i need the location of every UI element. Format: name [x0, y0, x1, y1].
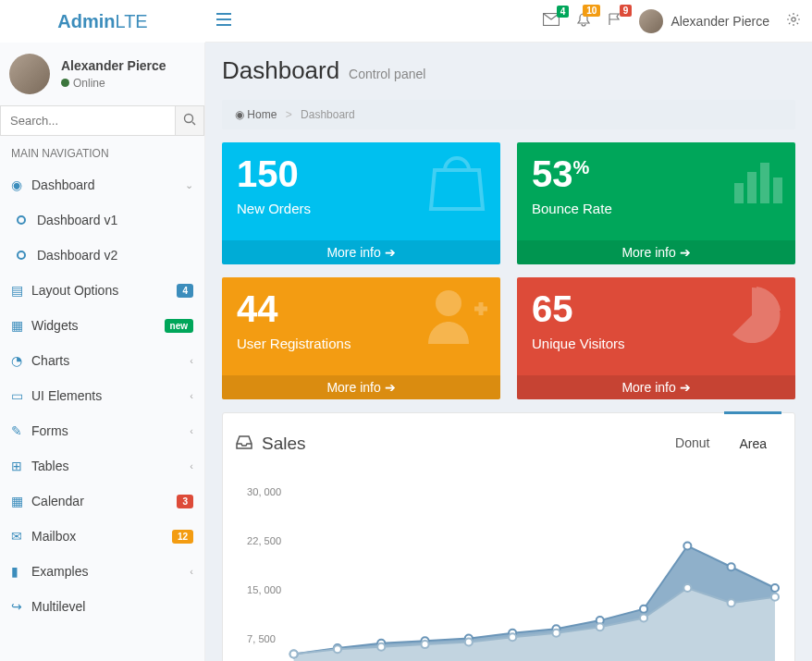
svg-point-31 [597, 623, 604, 630]
sidebar-item-label: Mailbox [31, 529, 172, 544]
badge: 4 [177, 284, 193, 298]
sidebar-item-multilevel[interactable]: ↪ Multilevel [0, 589, 204, 624]
sidebar-item-label: Multilevel [31, 599, 193, 614]
sidebar-item-charts[interactable]: ◔ Charts ‹ [0, 343, 204, 378]
svg-text:22, 500: 22, 500 [247, 535, 281, 546]
sidebar-item-label: Examples [31, 564, 190, 579]
badge: new [165, 319, 193, 333]
badge: 3 [177, 495, 193, 508]
tab-area[interactable]: Area [724, 411, 781, 462]
sidebar-item-ui[interactable]: ▭ UI Elements ‹ [0, 378, 204, 413]
stat-box-bounce: 53% Bounce Rate More info ➔ [517, 142, 795, 264]
svg-point-34 [728, 599, 735, 606]
tab-donut[interactable]: Donut [660, 424, 724, 462]
notifications-badge: 10 [583, 5, 600, 17]
avatar-sidebar [9, 54, 50, 94]
svg-point-24 [290, 651, 298, 658]
laptop-icon: ▭ [11, 388, 31, 403]
svg-point-33 [683, 584, 691, 592]
search-input[interactable] [0, 105, 175, 136]
logo[interactable]: AdminLTE [0, 0, 205, 43]
share-icon: ↪ [11, 599, 31, 614]
stat-value: 150 [237, 153, 299, 194]
sidebar-item-widgets[interactable]: ▦ Widgets new [0, 308, 204, 343]
user-plus-icon [421, 283, 493, 361]
svg-rect-5 [760, 163, 769, 203]
more-info-link[interactable]: More info ➔ [222, 240, 500, 264]
sidebar-item-examples[interactable]: ▮ Examples ‹ [0, 554, 204, 589]
sidebar-item-label: Dashboard v1 [37, 213, 193, 227]
stat-value: 53 [532, 153, 573, 194]
svg-point-7 [436, 290, 461, 316]
more-info-link[interactable]: More info ➔ [222, 375, 500, 399]
svg-text:30, 000: 30, 000 [247, 486, 281, 497]
svg-point-28 [465, 639, 473, 646]
pie-icon [716, 283, 788, 361]
stat-value: 44 [237, 288, 278, 329]
sidebar-item-dashboard[interactable]: ◉ Dashboard ⌄ [0, 167, 204, 202]
svg-rect-4 [747, 172, 757, 203]
edit-icon: ✎ [11, 423, 31, 438]
svg-point-29 [509, 633, 516, 641]
page-title: Dashboard [222, 56, 339, 84]
svg-point-25 [334, 645, 341, 653]
sidebar-item-label: Charts [31, 353, 190, 368]
svg-point-27 [421, 641, 428, 648]
sidebar-item-forms[interactable]: ✎ Forms ‹ [0, 413, 204, 448]
bag-icon [421, 148, 493, 226]
stat-box-registrations: 44 User Registrations More info ➔ [222, 277, 500, 399]
notifications-icon[interactable]: 10 [576, 12, 591, 30]
svg-rect-3 [734, 183, 744, 203]
circle-icon [17, 213, 37, 227]
sidebar-item-label: Calendar [31, 494, 177, 508]
more-info-link[interactable]: More info ➔ [517, 375, 795, 399]
inbox-icon [236, 434, 252, 454]
settings-icon[interactable] [786, 12, 801, 30]
svg-text:15, 000: 15, 000 [247, 584, 281, 595]
sidebar-user-name: Alexander Pierce [61, 58, 166, 73]
sidebar-item-calendar[interactable]: ▦ Calendar 3 [0, 484, 204, 519]
chevron-left-icon: ‹ [190, 390, 193, 401]
messages-icon[interactable]: 4 [543, 13, 560, 29]
bars-icon [732, 148, 788, 220]
home-icon: ◉ [235, 108, 244, 121]
th-icon: ▦ [11, 318, 31, 333]
calendar-icon: ▦ [11, 494, 31, 508]
folder-icon: ▮ [11, 564, 31, 579]
sales-box: Sales Donut Area 30, 000 22, 500 15, 000… [222, 412, 795, 661]
breadcrumb-current: Dashboard [301, 108, 355, 121]
sidebar-item-layout[interactable]: ▤ Layout Options 4 [0, 273, 204, 308]
chevron-left-icon: ‹ [190, 425, 193, 436]
sidebar-item-dashboard-v2[interactable]: Dashboard v2 [0, 238, 204, 273]
flags-icon[interactable]: 9 [608, 12, 622, 30]
user-name-top: Alexander Pierce [671, 14, 769, 29]
sidebar-item-label: Layout Options [31, 283, 177, 298]
user-menu[interactable]: Alexander Pierce [639, 9, 769, 33]
dashboard-icon: ◉ [11, 177, 31, 192]
svg-point-20 [640, 606, 647, 613]
svg-point-21 [683, 543, 691, 550]
badge: 12 [172, 530, 193, 544]
svg-point-22 [728, 563, 735, 570]
breadcrumb-home[interactable]: Home [247, 108, 277, 121]
more-info-link[interactable]: More info ➔ [517, 240, 795, 264]
avatar [639, 9, 663, 33]
sidebar-item-dashboard-v1[interactable]: Dashboard v1 [0, 202, 204, 238]
chevron-left-icon: ‹ [190, 460, 193, 471]
sidebar-toggle[interactable] [216, 13, 231, 29]
svg-point-2 [185, 115, 193, 123]
sidebar-item-label: Tables [31, 459, 190, 473]
chevron-down-icon: ⌄ [185, 179, 193, 191]
user-panel: Alexander Pierce Online [0, 43, 204, 105]
sidebar-item-mailbox[interactable]: ✉ Mailbox 12 [0, 519, 204, 554]
table-icon: ⊞ [11, 459, 31, 473]
svg-point-32 [640, 615, 647, 622]
circle-icon [17, 248, 37, 263]
sidebar-item-label: Dashboard [31, 177, 185, 192]
search-button[interactable] [175, 105, 204, 136]
stat-box-visitors: 65 Unique Visitors More info ➔ [517, 277, 795, 399]
sales-chart: 30, 000 22, 500 15, 000 7, 500 [238, 483, 780, 661]
sidebar-item-tables[interactable]: ⊞ Tables ‹ [0, 448, 204, 484]
messages-badge: 4 [557, 6, 570, 18]
sidebar-item-label: UI Elements [31, 388, 190, 403]
